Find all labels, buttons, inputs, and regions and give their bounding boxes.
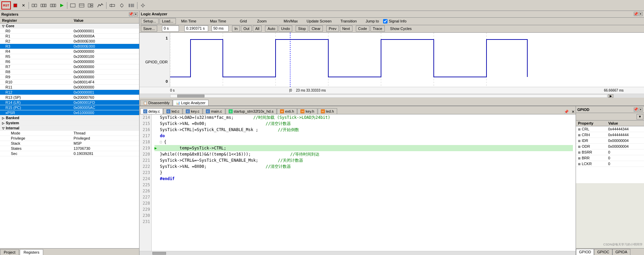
code-tab[interactable]: Hkey.h: [297, 108, 317, 114]
la-min-time-val[interactable]: 0 s: [162, 26, 179, 32]
config2-button[interactable]: [117, 1, 126, 10]
gpiod-tab-gpiod[interactable]: GPIOD: [576, 249, 594, 255]
la-grid-val[interactable]: 50 ms: [212, 26, 229, 32]
register-row[interactable]: R70x00000000: [0, 64, 139, 69]
gpiod-tab-gpioa[interactable]: GPIOA: [612, 249, 630, 255]
code-tab[interactable]: Cdelay.c: [140, 108, 163, 114]
code-tab[interactable]: Cled.c: [163, 108, 182, 114]
register-row[interactable]: R13 (SP)0x20000760: [0, 95, 139, 100]
code-tab[interactable]: Cmain.c: [203, 108, 225, 114]
project-tab[interactable]: Project: [0, 249, 19, 255]
gpiod-expand-icon[interactable]: ⊞: [578, 151, 581, 154]
gpiod-pin[interactable]: 📌: [634, 108, 638, 112]
step-in-button[interactable]: [30, 1, 38, 10]
la-scrollbar[interactable]: ▶: [139, 94, 644, 98]
gpiod-row[interactable]: ⊞BRR0: [576, 155, 644, 161]
la-pin[interactable]: 📌: [634, 12, 638, 16]
register-row[interactable]: R90x00000000: [0, 75, 139, 80]
code-tab[interactable]: Hexti.h: [277, 108, 297, 114]
la-load-btn[interactable]: Load...: [160, 18, 176, 24]
registers-close[interactable]: ✕: [134, 12, 138, 16]
perf-button[interactable]: [96, 1, 105, 10]
gpiod-row[interactable]: ⊞BSRR0: [576, 149, 644, 155]
rst-button[interactable]: RST: [1, 1, 11, 10]
code-scroll-thumb[interactable]: [152, 252, 166, 255]
config3-button[interactable]: [127, 1, 136, 10]
tab-pin-icon[interactable]: 📌: [563, 110, 570, 114]
la-setup-btn[interactable]: Setup...: [141, 18, 159, 24]
la-zoom-all-btn[interactable]: All: [253, 26, 262, 32]
register-row[interactable]: R50x20000100: [0, 54, 139, 59]
la-zoom-out-btn[interactable]: Out: [241, 26, 252, 32]
registers-tab[interactable]: Registers: [20, 249, 43, 255]
gpiod-expand-icon[interactable]: ⊞: [578, 145, 581, 148]
breakpoint-button[interactable]: [69, 1, 77, 10]
la-code-btn[interactable]: Code: [356, 26, 369, 32]
gpiod-row[interactable]: ⊞ODR0x00000004: [576, 144, 644, 149]
gpiod-row[interactable]: ⊞IDR0x00000004: [576, 138, 644, 144]
close-button[interactable]: ✕: [20, 1, 27, 10]
register-row[interactable]: R80x00000000: [0, 69, 139, 75]
la-scroll-right[interactable]: ▶: [608, 94, 613, 98]
signal-info-check[interactable]: Signal Info: [383, 19, 407, 23]
register-row[interactable]: R20xB000E000: [0, 39, 139, 44]
la-trace-btn[interactable]: Trace: [370, 26, 385, 32]
gpiod-expand-icon[interactable]: ⊞: [578, 139, 581, 143]
la-save-btn[interactable]: Save...: [141, 26, 157, 32]
register-row[interactable]: R120x00000001: [0, 90, 139, 95]
settings-button[interactable]: [139, 1, 147, 10]
la-zoom-in-btn[interactable]: In: [232, 26, 240, 32]
register-row[interactable]: Sec0.19039281: [0, 151, 139, 156]
code-tab[interactable]: Sstartup_stm32f10x_hd.s: [226, 108, 277, 114]
la-stop-btn[interactable]: Stop: [296, 26, 308, 32]
register-row[interactable]: StackMSP: [0, 141, 139, 146]
register-row[interactable]: R15 (PC)0x080005AC: [0, 105, 139, 110]
register-row[interactable]: PrivilegePrivileged: [0, 136, 139, 141]
gpiod-expand-icon[interactable]: ⊞: [578, 157, 581, 160]
gpiod-dropdown[interactable]: ▼: [637, 114, 643, 119]
code-tab[interactable]: Ckey.c: [183, 108, 202, 114]
step-over-button[interactable]: [39, 1, 48, 10]
gpiod-expand-icon[interactable]: ⊞: [578, 128, 581, 131]
gpiod-row[interactable]: ⊞LCKR0: [576, 161, 644, 167]
register-row[interactable]: R14 (LR)0x080001FD: [0, 100, 139, 105]
la-clear-btn[interactable]: Clear: [309, 26, 323, 32]
register-row[interactable]: ModeThread: [0, 131, 139, 136]
config1-button[interactable]: [108, 1, 117, 10]
la-close[interactable]: ✕: [639, 12, 643, 16]
la-max-time-val[interactable]: 0.190371 s: [184, 26, 208, 32]
gpiod-expand-icon[interactable]: ⊞: [578, 133, 581, 137]
logic-analyzer-tab[interactable]: 📊 Logic Analyzer: [173, 100, 209, 106]
register-row[interactable]: xPSR0x61000000: [0, 110, 139, 115]
register-row[interactable]: R100x080014F4: [0, 80, 139, 85]
register-row[interactable]: R110x00000000: [0, 85, 139, 90]
la-canvas-area[interactable]: [170, 33, 644, 87]
gpiod-expand-icon[interactable]: ⊞: [578, 162, 581, 166]
tab-close-icon[interactable]: ✕: [571, 110, 576, 114]
register-row[interactable]: R00x00000001: [0, 29, 139, 34]
gpiod-tab-gpioc[interactable]: GPIOC: [594, 249, 612, 255]
signal-info-checkbox[interactable]: [383, 19, 387, 23]
register-row[interactable]: States13706730: [0, 146, 139, 151]
memory-button[interactable]: [86, 1, 95, 10]
gpiod-row[interactable]: ⊞CRH0x44444444: [576, 132, 644, 138]
register-row[interactable]: R40x00000000: [0, 49, 139, 54]
gpiod-close[interactable]: ✕: [639, 108, 643, 112]
code-tab[interactable]: Hled.h: [318, 108, 337, 114]
code-hscrollbar[interactable]: [139, 251, 576, 255]
register-row[interactable]: R60x00000000: [0, 59, 139, 64]
register-row[interactable]: R10x0000000A: [0, 34, 139, 39]
la-prev-btn[interactable]: Prev: [326, 26, 339, 32]
registers-pin[interactable]: 📌: [129, 12, 133, 16]
la-auto-btn[interactable]: Auto: [265, 26, 278, 32]
disassembly-tab[interactable]: 📋 Disassembly: [140, 100, 172, 106]
la-undo-btn[interactable]: Undo: [279, 26, 292, 32]
run-button[interactable]: [58, 1, 66, 10]
gpiod-row[interactable]: ⊞CRL0x44444344: [576, 126, 644, 132]
la-scroll-thumb[interactable]: [177, 95, 204, 97]
stop-button[interactable]: [12, 1, 19, 10]
watch-button[interactable]: [78, 1, 86, 10]
la-next-btn[interactable]: Next: [340, 26, 352, 32]
step-out-button[interactable]: [49, 1, 57, 10]
register-row[interactable]: R30xB000E000: [0, 44, 139, 49]
